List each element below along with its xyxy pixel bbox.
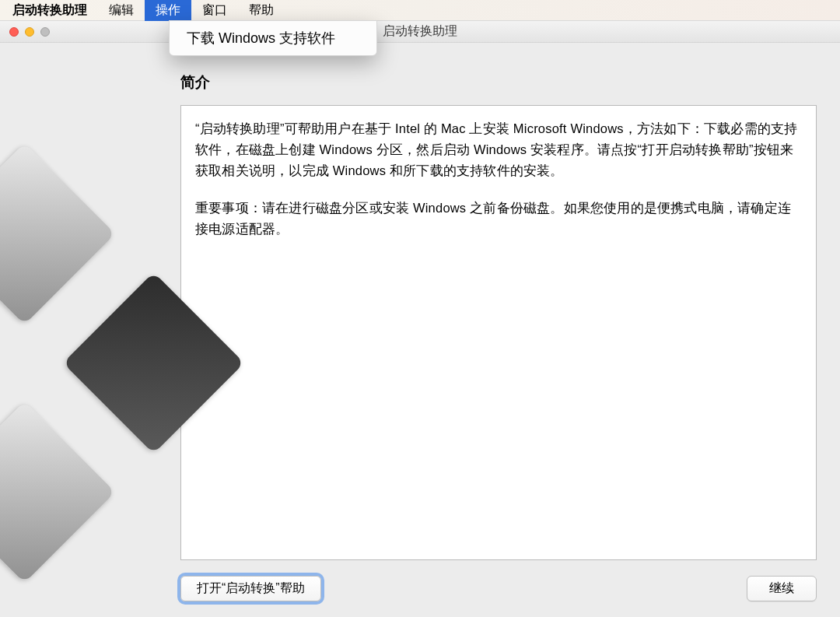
menubar-window[interactable]: 窗口	[191, 0, 238, 21]
open-help-button[interactable]: 打开“启动转换”帮助	[180, 576, 321, 601]
menubar-action[interactable]: 操作	[145, 0, 191, 21]
continue-button[interactable]: 继续	[747, 576, 817, 601]
maximize-icon	[40, 27, 50, 37]
description-box: “启动转换助理”可帮助用户在基于 Intel 的 Mac 上安装 Microso…	[180, 105, 817, 560]
minimize-icon[interactable]	[25, 27, 34, 37]
action-dropdown: 下载 Windows 支持软件	[169, 20, 377, 56]
main-panel: 简介 “启动转换助理”可帮助用户在基于 Intel 的 Mac 上安装 Micr…	[180, 65, 817, 601]
menubar-help[interactable]: 帮助	[238, 0, 285, 21]
menubar-edit[interactable]: 编辑	[98, 0, 145, 21]
close-icon[interactable]	[9, 27, 19, 37]
window-content: 简介 “启动转换助理”可帮助用户在基于 Intel 的 Mac 上安装 Micr…	[0, 43, 840, 617]
window-title: 启动转换助理	[383, 23, 457, 40]
section-title: 简介	[180, 72, 817, 93]
main-window: 启动转换助理 简介 “启动转换助理”可帮助用户在基于 Intel 的 Mac 上…	[0, 20, 840, 617]
window-controls	[0, 27, 50, 37]
dropdown-download-windows-support[interactable]: 下载 Windows 支持软件	[170, 24, 376, 52]
button-row: 打开“启动转换”帮助 继续	[180, 560, 817, 601]
sidebar	[0, 65, 180, 601]
warning-paragraph: 重要事项：请在进行磁盘分区或安装 Windows 之前备份磁盘。如果您使用的是便…	[195, 198, 802, 240]
bootcamp-logo-icon	[0, 170, 156, 559]
intro-paragraph: “启动转换助理”可帮助用户在基于 Intel 的 Mac 上安装 Microso…	[195, 118, 802, 182]
titlebar: 启动转换助理	[0, 21, 840, 43]
menubar: 启动转换助理 编辑 操作 窗口 帮助	[0, 0, 840, 20]
menubar-app-name[interactable]: 启动转换助理	[8, 0, 98, 21]
